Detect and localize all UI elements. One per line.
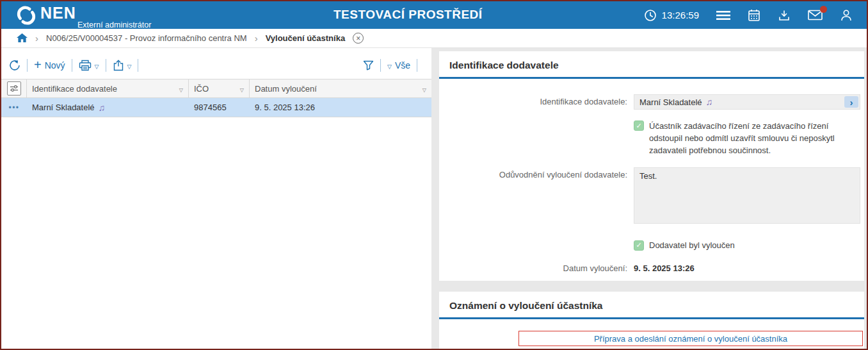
row-actions-icon[interactable] xyxy=(1,103,27,112)
column-settings-cell xyxy=(1,79,27,97)
home-icon[interactable] xyxy=(17,33,28,43)
breadcrumb-current: Vyloučení účastníka xyxy=(266,33,346,43)
toolbar-separator xyxy=(417,59,417,72)
menu-icon[interactable] xyxy=(716,10,730,21)
breadcrumb: N006/25/V00004537 - Provoz informačního … xyxy=(1,29,867,48)
column-header-date[interactable]: Datum vyloučení xyxy=(250,79,431,97)
detail-panel: Identifikace dodavatele Identifikace dod… xyxy=(431,48,867,349)
column-settings-icon[interactable] xyxy=(7,81,21,96)
mail-icon[interactable] xyxy=(808,10,823,21)
logo-text: NEN xyxy=(40,4,76,21)
supplier-picker-field[interactable]: Marní Skladatelé xyxy=(634,94,860,110)
print-button[interactable] xyxy=(79,60,99,71)
prepare-notification-button[interactable]: Příprava a odeslání oznámení o vyloučení… xyxy=(518,331,863,346)
top-bar: NEN Externí administrátor TESTOVACÍ PROS… xyxy=(1,1,867,29)
music-note-icon xyxy=(702,97,713,107)
toolbar-separator xyxy=(27,59,28,72)
section-title: Identifikace dodavatele xyxy=(439,51,864,79)
withdrawal-checkbox[interactable] xyxy=(634,121,644,131)
excluded-checkbox[interactable] xyxy=(634,240,644,251)
exclusions-list-panel: Nový xyxy=(1,48,431,349)
section-title: Oznámení o vyloučení účastníka xyxy=(439,292,864,319)
justification-field-label: Odůvodnění vyloučení dodavatele: xyxy=(449,167,634,226)
toolbar-separator xyxy=(72,59,72,72)
current-time: 13:26:59 xyxy=(662,10,699,21)
exclusion-date-value: 9. 5. 2025 13:26 xyxy=(634,261,860,273)
music-note-icon xyxy=(95,103,106,113)
user-role-label: Externí administrátor xyxy=(77,21,151,29)
breadcrumb-separator xyxy=(35,33,38,44)
filter-all-dropdown[interactable]: Vše xyxy=(387,60,410,71)
print-dropdown-icon[interactable] xyxy=(95,60,99,71)
supplier-field-label: Identifikace dodavatele: xyxy=(449,94,634,110)
export-dropdown-icon[interactable] xyxy=(127,60,132,71)
table-row[interactable]: Marní Skladatelé 9874565 9. 5. 2025 13:2… xyxy=(1,98,431,117)
download-icon[interactable] xyxy=(778,9,791,22)
new-button-label: Nový xyxy=(45,60,65,71)
new-button[interactable]: Nový xyxy=(34,60,65,71)
toolbar-separator xyxy=(106,59,106,72)
notification-dot xyxy=(820,6,827,13)
cell-date: 9. 5. 2025 13:26 xyxy=(250,103,431,112)
nen-logo-icon xyxy=(17,4,36,25)
toolbar-separator xyxy=(138,59,138,72)
column-header-ico[interactable]: IČO xyxy=(189,79,250,97)
brand: NEN Externí administrátor xyxy=(17,4,76,25)
filter-chevron-icon[interactable] xyxy=(179,84,183,94)
breadcrumb-procedure[interactable]: N006/25/V00004537 - Provoz informačního … xyxy=(46,33,247,43)
cell-ico: 9874565 xyxy=(189,103,250,112)
filter-button[interactable] xyxy=(363,60,374,71)
filter-chevron-icon[interactable] xyxy=(422,84,426,94)
calendar-icon[interactable] xyxy=(748,9,760,22)
filter-chevron-icon[interactable] xyxy=(240,84,244,94)
open-detail-chevron-button[interactable] xyxy=(844,96,858,108)
withdrawal-checkbox-label: Účastník zadávacího řízení ze zadávacího… xyxy=(649,121,860,157)
environment-title: TESTOVACÍ PROSTŘEDÍ xyxy=(334,8,483,22)
export-button[interactable] xyxy=(113,60,132,71)
app-window: NEN Externí administrátor TESTOVACÍ PROS… xyxy=(0,0,868,350)
clock-group: 13:26:59 xyxy=(644,9,699,22)
justification-textarea[interactable]: Test. xyxy=(634,167,860,224)
list-toolbar: Nový xyxy=(1,54,431,76)
chevron-down-icon xyxy=(387,60,392,71)
refresh-button[interactable] xyxy=(9,60,20,71)
supplier-value: Marní Skladatelé xyxy=(639,97,702,107)
exclusion-date-label: Datum vyloučení: xyxy=(449,261,634,273)
table-header-row: Identifikace dodavatele IČO Datum vylouč… xyxy=(1,79,431,98)
toolbar-separator xyxy=(380,59,381,72)
excluded-checkbox-label: Dodavatel byl vyloučen xyxy=(649,240,735,252)
cell-supplier: Marní Skladatelé xyxy=(27,103,189,113)
identification-section: Identifikace dodavatele Identifikace dod… xyxy=(439,51,864,281)
user-icon[interactable] xyxy=(840,9,853,22)
top-actions: 13:26:59 xyxy=(644,1,853,29)
plus-icon xyxy=(34,60,42,71)
notification-section: Oznámení o vyloučení účastníka Příprava … xyxy=(439,292,864,349)
column-header-supplier[interactable]: Identifikace dodavatele xyxy=(27,79,189,97)
filter-all-label: Vše xyxy=(395,60,410,71)
exclusions-table: Identifikace dodavatele IČO Datum vylouč… xyxy=(1,79,431,117)
identification-form: Identifikace dodavatele: Marní Skladatel… xyxy=(439,94,864,273)
content-area: Nový xyxy=(1,48,867,349)
close-icon[interactable] xyxy=(353,33,364,44)
breadcrumb-separator xyxy=(255,33,258,44)
clock-icon xyxy=(644,9,657,22)
